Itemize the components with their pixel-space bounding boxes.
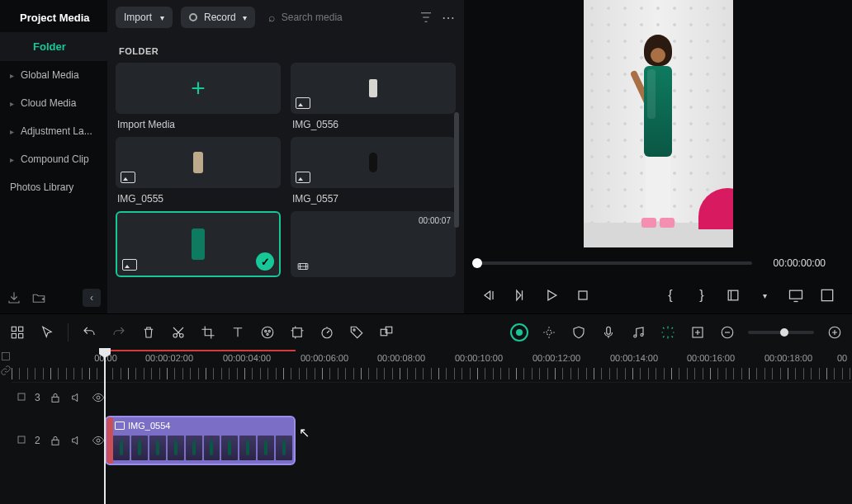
enhance-icon[interactable]	[540, 323, 558, 341]
svg-rect-15	[293, 327, 302, 337]
chevron-right-icon: ▸	[10, 99, 14, 108]
group-icon[interactable]	[377, 323, 395, 341]
brace-open-icon[interactable]: {	[662, 287, 679, 304]
filter-icon[interactable]	[419, 10, 433, 25]
sidebar-item-cloud-media[interactable]: ▸Cloud Media	[0, 89, 107, 117]
expand-icon[interactable]	[819, 287, 835, 304]
search-wrap: ⌕	[263, 7, 410, 27]
cut-icon[interactable]	[169, 323, 187, 341]
play-pause-icon[interactable]	[512, 287, 528, 304]
image-icon	[296, 97, 310, 109]
color-icon[interactable]	[258, 323, 277, 341]
play-icon[interactable]	[543, 287, 560, 304]
seek-head[interactable]	[472, 258, 482, 268]
transform-icon[interactable]	[288, 323, 306, 341]
search-icon: ⌕	[268, 11, 275, 24]
ruler-label: 00:00:14:00	[610, 353, 658, 363]
undo-icon[interactable]	[80, 323, 98, 341]
tag-icon[interactable]	[348, 323, 366, 341]
music-icon[interactable]	[629, 323, 647, 341]
chevron-down-icon[interactable]: ▾	[756, 287, 773, 304]
svg-point-30	[97, 396, 100, 399]
svg-rect-21	[607, 327, 611, 334]
sidebar-item-adjustment-layer[interactable]: ▸Adjustment La...	[0, 117, 107, 145]
track-type-icon	[17, 392, 26, 404]
sidebar: Project Media Folder ▸Global Media ▸Clou…	[0, 0, 107, 313]
media-item-img-0557[interactable]: IMG_0557	[291, 137, 456, 205]
brace-close-icon[interactable]: }	[693, 287, 710, 304]
sidebar-item-global-media[interactable]: ▸Global Media	[0, 61, 107, 89]
text-icon[interactable]	[229, 323, 247, 341]
magic-cut-icon[interactable]	[659, 323, 677, 341]
sidebar-item-photos-library[interactable]: Photos Library	[0, 173, 107, 201]
crop-icon[interactable]	[199, 323, 217, 341]
record-button[interactable]: Record▾	[181, 7, 255, 28]
clip-label: IMG_0554	[128, 421, 170, 431]
track-index: 3	[35, 392, 40, 403]
zoom-in-icon[interactable]	[826, 323, 844, 341]
svg-rect-29	[52, 397, 59, 402]
timeline-options-icon[interactable]	[0, 351, 12, 361]
zoom-handle[interactable]	[780, 328, 788, 337]
media-item-img-0556[interactable]: IMG_0556	[291, 63, 456, 130]
selection-tool-icon[interactable]	[38, 323, 56, 341]
ruler-label: 00:00:08:00	[377, 353, 425, 363]
svg-point-22	[634, 335, 637, 337]
svg-rect-3	[790, 290, 802, 299]
track-index: 2	[35, 435, 40, 446]
search-input[interactable]	[282, 12, 405, 23]
media-scrollbar[interactable]	[454, 112, 459, 228]
media-item-img-0555[interactable]: IMG_0555	[116, 137, 281, 205]
preview-panel: 00:00:00:00 { } ▾	[464, 0, 852, 313]
mic-icon[interactable]	[599, 323, 618, 341]
link-icon[interactable]	[0, 365, 12, 376]
more-icon[interactable]: ⋯	[442, 10, 456, 26]
ai-icon[interactable]	[510, 323, 528, 341]
display-icon[interactable]	[788, 287, 804, 304]
shield-icon[interactable]	[570, 323, 588, 341]
add-marker-icon[interactable]	[689, 323, 707, 341]
svg-rect-28	[18, 393, 25, 400]
import-button[interactable]: Import▾	[116, 7, 173, 28]
sidebar-folder[interactable]: Folder	[0, 32, 107, 61]
video-frame	[584, 0, 733, 247]
visibility-icon[interactable]	[92, 434, 105, 447]
svg-point-20	[547, 330, 551, 335]
sidebar-item-compound-clip[interactable]: ▸Compound Clip	[0, 145, 107, 173]
folder-heading: FOLDER	[107, 35, 464, 63]
ruler-label: 00	[837, 353, 847, 363]
import-media-tile[interactable]: + Import Media	[116, 63, 281, 130]
lock-icon[interactable]	[49, 434, 62, 447]
mute-icon[interactable]	[70, 391, 83, 404]
zoom-slider[interactable]	[748, 331, 814, 334]
svg-point-14	[267, 333, 268, 335]
transport-controls: { } ▾	[464, 277, 852, 313]
stop-icon[interactable]	[575, 287, 591, 304]
media-item-selected[interactable]: ✓	[116, 211, 281, 277]
timeline-clip[interactable]: IMG_0554	[105, 416, 296, 465]
plus-icon: +	[191, 74, 206, 102]
speed-icon[interactable]	[318, 323, 336, 341]
svg-rect-31	[18, 436, 25, 443]
export-icon[interactable]	[7, 290, 21, 305]
new-folder-icon[interactable]	[31, 290, 46, 305]
visibility-icon[interactable]	[92, 391, 105, 404]
collapse-sidebar-button[interactable]: ‹	[83, 289, 101, 307]
seek-bar[interactable]	[477, 261, 752, 265]
delete-icon[interactable]	[140, 323, 158, 341]
preview-canvas	[464, 0, 852, 249]
timeline-ruler[interactable]: 00:0000:00:02:0000:00:04:0000:00:06:0000…	[12, 350, 852, 383]
crop-ratio-icon[interactable]	[725, 287, 741, 304]
svg-rect-32	[52, 440, 59, 445]
svg-rect-27	[2, 353, 10, 360]
lock-icon[interactable]	[49, 391, 62, 404]
svg-rect-1	[579, 291, 587, 299]
playhead[interactable]	[104, 350, 106, 504]
zoom-out-icon[interactable]	[718, 323, 736, 341]
svg-rect-6	[19, 327, 23, 331]
mute-icon[interactable]	[70, 434, 83, 447]
media-item-video[interactable]: 00:00:07	[291, 211, 456, 277]
prev-frame-icon[interactable]	[480, 287, 497, 304]
grid-icon[interactable]	[8, 323, 26, 341]
redo-icon[interactable]	[110, 323, 128, 341]
